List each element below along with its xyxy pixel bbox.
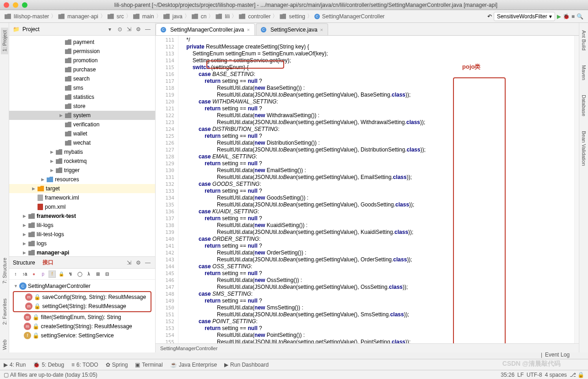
project-tree[interactable]: paymentpermissionpromotionpurchasesearch… xyxy=(9,36,155,256)
tree-item[interactable]: ▶trigger xyxy=(9,166,155,175)
structure-member[interactable]: f🔒 settingService: SettingService xyxy=(11,331,153,340)
package-icon[interactable]: p xyxy=(39,271,47,278)
status-enc[interactable]: UTF-8 xyxy=(527,372,542,378)
tree-item[interactable]: ▶lili-logs xyxy=(9,221,155,230)
tree-item[interactable]: framework.iml xyxy=(9,193,155,202)
expand-icon[interactable]: ⊞ xyxy=(94,271,102,278)
stop-icon[interactable]: ■ xyxy=(572,13,575,20)
status-pos[interactable]: 35:26 xyxy=(501,372,514,378)
tree-item[interactable]: wechat xyxy=(9,138,155,147)
right-tab-database[interactable]: Database xyxy=(580,92,588,119)
tree-item[interactable]: sms xyxy=(9,83,155,92)
nav-back-icon[interactable]: ↶ xyxy=(487,13,492,20)
code-content[interactable]: */ private ResultMessage createSetting(S… xyxy=(178,36,574,343)
anonymous-icon[interactable]: ◯ xyxy=(76,271,83,278)
tree-item[interactable]: ▶resources xyxy=(9,175,155,184)
breadcrumb-item[interactable]: lilishop-master xyxy=(5,13,49,20)
fields-icon[interactable]: f xyxy=(49,271,56,278)
right-tab-ant[interactable]: Ant Build xyxy=(580,27,588,53)
status-icon[interactable]: ▢ xyxy=(4,372,9,378)
structure-member[interactable]: m🔒 filter(SettingEnum, String): String xyxy=(11,313,153,322)
breadcrumb-item[interactable]: cn xyxy=(192,13,207,20)
status-indent[interactable]: 4 spaces xyxy=(545,372,567,378)
chevron-down-icon[interactable]: ▾ xyxy=(108,26,115,32)
code-area[interactable]: 1111121131141151161171181191201211221231… xyxy=(156,36,579,343)
lock-icon[interactable]: 🔒 xyxy=(577,372,584,378)
run-configuration[interactable]: SensitiveWordsFilter ▾ xyxy=(494,12,555,21)
tree-item[interactable]: ▶rocketmq xyxy=(9,157,155,166)
bottom-todo[interactable]: ≡ 6: TODO xyxy=(71,362,98,368)
locate-icon[interactable]: ⊙ xyxy=(118,26,124,32)
search-icon[interactable]: 🔍 xyxy=(577,13,583,20)
tree-item[interactable]: ▶framework-test xyxy=(9,211,155,221)
tree-item[interactable]: pom.xml xyxy=(9,202,155,211)
left-tab-structure[interactable]: 7: Structure xyxy=(1,255,8,287)
breadcrumb-item[interactable]: lili xyxy=(216,13,230,20)
close-icon[interactable]: × xyxy=(247,27,249,32)
tree-item[interactable]: wallet xyxy=(9,129,155,138)
git-icon[interactable]: ⎇ xyxy=(570,372,576,378)
tree-item[interactable]: permission xyxy=(9,47,155,56)
breadcrumb-item[interactable]: CSettingManagerController xyxy=(314,13,385,20)
hide-icon[interactable]: — xyxy=(145,26,151,32)
inherited-icon[interactable]: ↯ xyxy=(67,271,74,278)
collapse-icon[interactable]: ⇲ xyxy=(127,26,133,32)
breadcrumb-item[interactable]: controller xyxy=(239,13,270,20)
breadcrumb-item[interactable]: main xyxy=(133,13,154,20)
tree-item[interactable]: ▶mybatis xyxy=(9,147,155,157)
tree-item[interactable]: ▶target xyxy=(9,184,155,193)
left-tab-web[interactable]: Web xyxy=(1,337,8,352)
hide-icon[interactable]: — xyxy=(145,260,151,266)
right-tab-bean[interactable]: Bean Validation xyxy=(580,128,588,168)
code-breadcrumb[interactable]: SettingManagerController xyxy=(156,343,579,352)
zoom-window[interactable] xyxy=(22,2,27,8)
bottom-spring[interactable]: ✿ Spring xyxy=(106,362,128,368)
bottom-jee[interactable]: ☕ Java Enterprise xyxy=(170,362,217,368)
sort-icon[interactable]: ↕ xyxy=(12,271,19,278)
run-icon[interactable]: ▶ xyxy=(557,13,561,20)
tree-item[interactable]: ▶lili-test-logs xyxy=(9,230,155,239)
lock-icon[interactable]: 🔒 xyxy=(58,271,65,278)
gear-icon[interactable]: ⚙ xyxy=(136,26,142,32)
tree-item[interactable]: store xyxy=(9,102,155,111)
tree-item[interactable]: verification xyxy=(9,120,155,129)
tree-item[interactable]: ▶logs xyxy=(9,239,155,248)
close-window[interactable] xyxy=(4,2,9,8)
bottom-run[interactable]: ▶ 4: Run xyxy=(4,362,26,368)
breadcrumb-item[interactable]: java xyxy=(163,13,183,20)
structure-method[interactable]: m🔒 settingGet(String): ResultMessage xyxy=(14,302,150,311)
event-log[interactable]: ❘ Event Log xyxy=(539,352,570,358)
gear-icon[interactable]: ⚙ xyxy=(136,260,142,266)
status-lf[interactable]: LF xyxy=(518,372,524,378)
tree-item[interactable]: promotion xyxy=(9,56,155,65)
structure-method[interactable]: m🔒 saveConfig(String, String): ResultMes… xyxy=(14,292,150,302)
left-tab-project[interactable]: 1: Project xyxy=(1,27,8,54)
bottom-terminal[interactable]: ▣ Terminal xyxy=(135,362,162,368)
tree-item[interactable]: statistics xyxy=(9,92,155,102)
private-icon[interactable]: ● xyxy=(30,271,38,278)
tree-item[interactable]: purchase xyxy=(9,65,155,74)
sort-alpha-icon[interactable]: ↕a xyxy=(21,271,28,278)
autoscroll-icon[interactable]: ⊟ xyxy=(103,271,111,278)
tree-item[interactable]: payment xyxy=(9,38,155,47)
bottom-dash[interactable]: ▶ Run Dashboard xyxy=(224,362,269,368)
debug-icon[interactable]: 🐞 xyxy=(563,13,570,20)
collapse-icon[interactable]: ⇲ xyxy=(127,260,133,266)
tree-item[interactable]: ▶manager-api xyxy=(9,248,155,256)
tree-item[interactable]: search xyxy=(9,74,155,83)
tree-item[interactable]: ▶system xyxy=(9,111,155,120)
left-tab-favorites[interactable]: 2: Favorites xyxy=(1,296,8,327)
close-icon[interactable]: × xyxy=(320,27,323,32)
structure-tree[interactable]: ▼C SettingManagerController m🔒 saveConfi… xyxy=(9,280,155,352)
editor-tab[interactable]: CSettingManagerController.java× xyxy=(156,23,255,35)
breadcrumb-item[interactable]: setting xyxy=(280,13,305,20)
editor-tab[interactable]: CSettingService.java× xyxy=(256,23,328,35)
breadcrumb-item[interactable]: src xyxy=(108,13,124,20)
bottom-debug[interactable]: 🐞 5: Debug xyxy=(33,362,64,368)
line-gutter: 1111121131141151161171181191201211221231… xyxy=(156,36,178,343)
breadcrumb-item[interactable]: manager-api xyxy=(58,13,98,20)
right-tab-maven[interactable]: Maven xyxy=(580,62,588,83)
minimize-window[interactable] xyxy=(13,2,18,8)
structure-member[interactable]: m🔒 createSetting(String): ResultMessage xyxy=(11,322,153,331)
lambda-icon[interactable]: λ xyxy=(85,271,92,278)
